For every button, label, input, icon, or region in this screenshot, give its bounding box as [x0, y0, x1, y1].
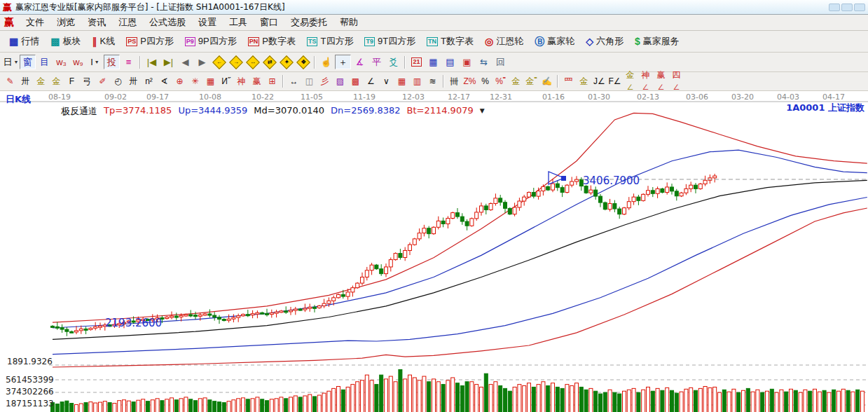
- gold-angle-icon-button[interactable]: 金∠: [623, 75, 638, 88]
- p9-square-button[interactable]: P99P四方形: [180, 34, 242, 49]
- box-fan-purple-icon-button[interactable]: ▨: [333, 75, 347, 88]
- gann-box-tool-icon-button[interactable]: 平: [368, 55, 385, 69]
- calculator-icon-button[interactable]: ▦: [425, 55, 441, 69]
- gold-levels-icon-button[interactable]: 金˭: [524, 75, 539, 88]
- page-next-icon-button[interactable]: ▶: [194, 55, 210, 69]
- winner-service-button[interactable]: $赢家服务: [630, 34, 684, 49]
- box-range-icon-button[interactable]: ◫: [302, 75, 317, 88]
- level-table-icon-button[interactable]: 卌: [447, 75, 462, 88]
- t-number-table-button[interactable]: TNT数字表: [422, 34, 478, 49]
- sectors-button[interactable]: ▩板块: [46, 34, 85, 49]
- gold-grid-b-icon-button[interactable]: 金: [49, 75, 64, 88]
- minimize-button[interactable]: [829, 4, 840, 11]
- kline-period-label[interactable]: 日K线: [6, 93, 31, 106]
- j-angle-icon-button[interactable]: J∠: [592, 75, 607, 88]
- zoom-out-all-icon-button[interactable]: ✦: [278, 55, 294, 69]
- fib-grid-icon-button[interactable]: F: [64, 75, 79, 88]
- candle-style-dropdown-icon[interactable]: ▼: [95, 60, 99, 64]
- f-angle-icon-button[interactable]: F∠: [607, 75, 622, 88]
- percent-line-icon-button[interactable]: %˭: [493, 75, 508, 88]
- period-day-icon-button[interactable]: 日▼: [3, 55, 19, 69]
- gann-fan-icon-button[interactable]: 彡: [317, 75, 332, 88]
- compare-mode-icon-button[interactable]: 投: [104, 55, 120, 69]
- square-n2-icon-button[interactable]: n²: [142, 75, 156, 88]
- zoom-compress-icon-button[interactable]: ⇄: [261, 55, 277, 69]
- close-button[interactable]: [854, 4, 865, 11]
- si-levels-icon-button[interactable]: 罒: [561, 75, 576, 88]
- candle-style-icon-button[interactable]: І▼: [87, 55, 103, 69]
- wave-9-icon-button[interactable]: w₉: [70, 55, 86, 69]
- gold-underline-icon-button[interactable]: 金: [577, 75, 591, 88]
- trend-angle-icon-button[interactable]: ∠: [364, 75, 378, 88]
- calendar-icon-button[interactable]: 21: [408, 55, 425, 69]
- menu-item-8[interactable]: 交易委托: [284, 15, 333, 29]
- angle-fan-icon-button[interactable]: ∢: [157, 75, 172, 88]
- kline-chart-canvas[interactable]: 08-1909-0209-1710-0810-2211-0511-1912-03…: [0, 91, 868, 412]
- menu-item-2[interactable]: 资讯: [81, 15, 112, 29]
- p-square-button[interactable]: PSP四方形: [121, 34, 179, 49]
- zoom-shift-left-icon-button[interactable]: ←: [211, 55, 227, 69]
- indicator-name[interactable]: 极反通道: [61, 105, 97, 118]
- ying-tool-icon-button[interactable]: 赢: [249, 75, 264, 88]
- spiral-tool-icon-button[interactable]: 弓: [80, 75, 95, 88]
- menu-item-9[interactable]: 帮助: [333, 15, 364, 29]
- zoom-expand-icon-button[interactable]: ✥: [295, 55, 311, 69]
- time-grid-icon-button[interactable]: 卅: [126, 75, 141, 88]
- menu-item-6[interactable]: 工具: [223, 15, 254, 29]
- menu-item-1[interactable]: 浏览: [50, 15, 81, 29]
- gold-grid-a-icon-button[interactable]: 金: [34, 75, 48, 88]
- shen-tool-icon-button[interactable]: 神: [234, 75, 249, 88]
- h-span-icon-button[interactable]: ↔: [287, 75, 301, 88]
- grid-red-icon-button[interactable]: ▦: [394, 75, 409, 88]
- memo-icon-button[interactable]: ▤: [442, 55, 458, 69]
- crosshair-icon-button[interactable]: ＋: [335, 55, 351, 69]
- maximize-button[interactable]: [841, 4, 853, 11]
- menu-item-3[interactable]: 江恩: [112, 15, 143, 29]
- t-square-button[interactable]: TST四方形: [302, 34, 358, 49]
- t9-square-button[interactable]: T99T四方形: [359, 34, 420, 49]
- percent-retrace-icon-button[interactable]: Z%: [462, 75, 477, 88]
- percent-icon-button[interactable]: %: [478, 75, 492, 88]
- quotes-button[interactable]: ▦行情: [4, 34, 44, 49]
- p-number-table-button[interactable]: PNP数字表: [243, 34, 301, 49]
- kline-button[interactable]: ∥K线: [87, 34, 120, 49]
- menu-item-5[interactable]: 设置: [192, 15, 223, 29]
- skip-first-icon-button[interactable]: |◀: [144, 55, 160, 69]
- menu-item-4[interactable]: 公式选股: [143, 15, 192, 29]
- gold-circle-icon-button[interactable]: 金: [509, 75, 523, 88]
- f10-info-icon-button[interactable]: 目: [36, 55, 53, 69]
- wave-3-icon-button[interactable]: w₃: [53, 55, 69, 69]
- angle-measure-icon-button[interactable]: ∡: [352, 55, 368, 69]
- star-rays-icon-button[interactable]: ✳: [188, 75, 202, 88]
- pen-tool-icon-button[interactable]: ✎: [3, 75, 18, 88]
- wave-count-tool-icon-button[interactable]: 爻: [385, 55, 401, 69]
- shen-angle-icon-button[interactable]: 神∠: [638, 75, 653, 88]
- symbol-label[interactable]: 1A0001 上证指数: [786, 102, 864, 114]
- remote-pc-icon-button[interactable]: 回: [492, 55, 509, 69]
- flag-pen-icon-button[interactable]: ✍: [539, 75, 554, 88]
- gann-wheel-button[interactable]: ◎江恩轮: [480, 34, 528, 49]
- time-cycle-icon-button[interactable]: ◴: [111, 75, 125, 88]
- wave-mark-icon-button[interactable]: И˝: [219, 75, 233, 88]
- chart-window-icon-button[interactable]: 窗: [20, 55, 36, 69]
- circle-cross-icon-button[interactable]: ⊕: [172, 75, 187, 88]
- grid-tool-icon-button[interactable]: 卅: [18, 75, 33, 88]
- save-icon-button[interactable]: ▣: [459, 55, 475, 69]
- zoom-shift-right-icon-button[interactable]: →: [228, 55, 244, 69]
- box-fan-red-icon-button[interactable]: ▩: [348, 75, 363, 88]
- volume-profile-icon-button[interactable]: ≡: [120, 55, 137, 69]
- ying-angle-icon-button[interactable]: 赢∠: [654, 75, 668, 88]
- menu-item-7[interactable]: 窗口: [254, 15, 284, 29]
- pan-hand-icon-button[interactable]: ☝: [318, 55, 334, 69]
- grid-dense-icon-button[interactable]: ▥: [410, 75, 425, 88]
- menu-item-0[interactable]: 文件: [20, 15, 50, 29]
- page-prev-icon-button[interactable]: ◀: [177, 55, 193, 69]
- data-transfer-icon-button[interactable]: ⇆: [476, 55, 492, 69]
- ruler-pen-icon-button[interactable]: ✐: [95, 75, 110, 88]
- parallel-lines-icon-button[interactable]: ≋: [425, 75, 440, 88]
- period-day-dropdown-icon[interactable]: ▼: [14, 60, 19, 64]
- hexagon-button[interactable]: ◇六角形: [581, 34, 628, 49]
- legend-dropdown-icon[interactable]: ▼: [480, 107, 485, 118]
- skip-last-icon-button[interactable]: ▶|: [160, 55, 177, 69]
- zoom-fit-icon-button[interactable]: ↔: [244, 55, 261, 69]
